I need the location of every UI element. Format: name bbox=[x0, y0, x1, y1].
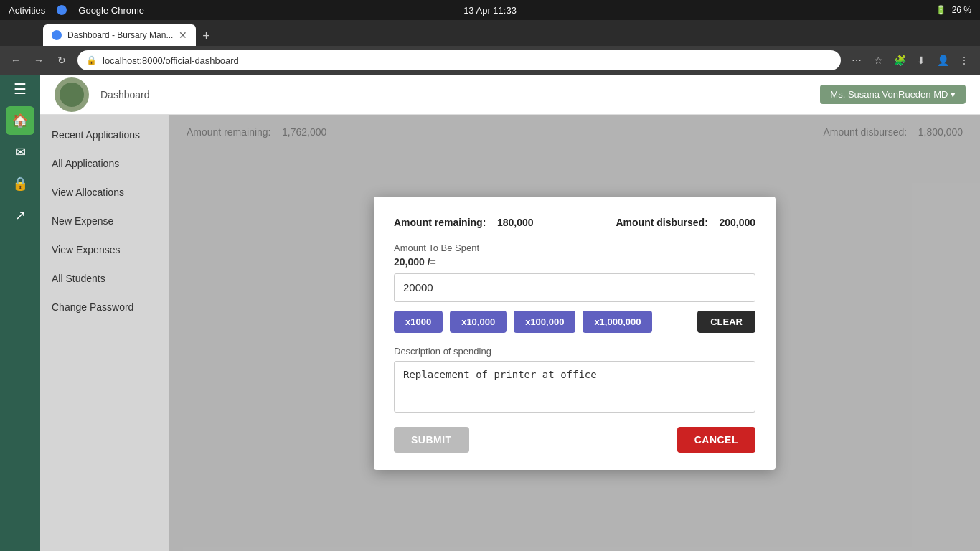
nav-view-expenses[interactable]: View Expenses bbox=[52, 244, 158, 255]
sidebar-item-mail[interactable]: ✉ bbox=[6, 138, 34, 166]
browser-nav: ← → ↻ 🔒 localhost:8000/official-dashboar… bbox=[0, 46, 980, 75]
modal-amount-remaining: Amount remaining: 180,000 bbox=[394, 217, 534, 228]
reload-button[interactable]: ↻ bbox=[52, 50, 72, 70]
chrome-app-label: Google Chrome bbox=[78, 5, 144, 16]
share-button[interactable]: ⋯ bbox=[847, 50, 867, 70]
active-tab[interactable]: Dashboard - Bursary Man... ✕ bbox=[43, 24, 196, 46]
modal-disbursed-label: Amount disbursed: bbox=[616, 217, 707, 228]
nav-all-applications[interactable]: All Applications bbox=[52, 158, 158, 169]
new-tab-button[interactable]: + bbox=[196, 26, 216, 46]
modal-overlay: Amount remaining: 180,000 Amount disburs… bbox=[169, 115, 980, 551]
battery-level: 26 % bbox=[952, 5, 971, 15]
expense-modal: Amount remaining: 180,000 Amount disburs… bbox=[374, 197, 776, 470]
app-header: Dashboard Ms. Susana VonRueden MD ▾ bbox=[40, 75, 980, 115]
user-menu[interactable]: Ms. Susana VonRueden MD ▾ bbox=[820, 85, 966, 104]
x1000000-button[interactable]: x1,000,000 bbox=[583, 311, 652, 333]
back-button[interactable]: ← bbox=[6, 50, 26, 70]
address-bar[interactable]: 🔒 localhost:8000/official-dashboard bbox=[77, 50, 841, 70]
description-label: Description of spending bbox=[394, 346, 755, 357]
menu-button[interactable]: ⋮ bbox=[954, 50, 974, 70]
sidebar-item-transfer[interactable]: ↗ bbox=[6, 201, 34, 230]
os-topbar-right: 🔋 26 % bbox=[936, 5, 971, 15]
nav-dashboard[interactable]: Dashboard bbox=[100, 89, 150, 100]
multiplier-row: x1000 x10,000 x100,000 x1,000,000 CLEAR bbox=[394, 311, 755, 333]
modal-header-amounts: Amount remaining: 180,000 Amount disburs… bbox=[394, 217, 755, 228]
nav-recent-applications[interactable]: Recent Applications bbox=[52, 129, 158, 141]
app-logo bbox=[55, 77, 89, 112]
x10000-button[interactable]: x10,000 bbox=[450, 311, 507, 333]
os-datetime: 13 Apr 11:33 bbox=[463, 5, 517, 16]
page-content: Amount remaining: 1,762,000 Amount disbu… bbox=[169, 115, 980, 551]
left-nav: Recent Applications All Applications Vie… bbox=[40, 115, 169, 551]
app-container: ☰ 🏠 ✉ 🔒 ↗ Dashboard Ms. Susana VonRueden… bbox=[0, 75, 980, 551]
bookmark-button[interactable]: ☆ bbox=[868, 50, 888, 70]
app-nav: Dashboard bbox=[100, 89, 150, 100]
lock-icon: 🔒 bbox=[86, 55, 97, 65]
sidebar-item-home[interactable]: 🏠 bbox=[6, 106, 34, 135]
profile-button[interactable]: 👤 bbox=[933, 50, 953, 70]
main-content: Dashboard Ms. Susana VonRueden MD ▾ Rece… bbox=[40, 75, 980, 551]
sidebar: ☰ 🏠 ✉ 🔒 ↗ bbox=[0, 75, 40, 551]
activities-label[interactable]: Activities bbox=[9, 5, 45, 16]
browser-tabs: Dashboard - Bursary Man... ✕ + bbox=[0, 20, 980, 46]
nav-change-password[interactable]: Change Password bbox=[52, 301, 158, 313]
tab-title: Dashboard - Bursary Man... bbox=[67, 30, 173, 40]
download-button[interactable]: ⬇ bbox=[911, 50, 931, 70]
chrome-icon bbox=[57, 5, 67, 15]
clear-button[interactable]: CLEAR bbox=[697, 311, 755, 333]
modal-actions: SUBMIT CANCEL bbox=[394, 427, 755, 453]
browser-actions: ⋯ ☆ 🧩 ⬇ 👤 ⋮ bbox=[847, 50, 974, 70]
nav-all-students[interactable]: All Students bbox=[52, 273, 158, 284]
nav-new-expense[interactable]: New Expense bbox=[52, 215, 158, 227]
forward-button[interactable]: → bbox=[29, 50, 49, 70]
modal-amount-disbursed: Amount disbursed: 200,000 bbox=[616, 217, 755, 228]
os-topbar-left: Activities Google Chrome bbox=[9, 5, 144, 16]
sidebar-item-lock[interactable]: 🔒 bbox=[6, 169, 34, 198]
content-area: Recent Applications All Applications Vie… bbox=[40, 115, 980, 551]
amount-display: 20,000 /= bbox=[394, 256, 755, 268]
submit-button[interactable]: SUBMIT bbox=[394, 427, 469, 453]
description-textarea[interactable]: Replacement of printer at office bbox=[394, 361, 755, 413]
os-topbar: Activities Google Chrome 13 Apr 11:33 🔋 … bbox=[0, 0, 980, 20]
x1000-button[interactable]: x1000 bbox=[394, 311, 443, 333]
modal-remaining-value: 180,000 bbox=[497, 217, 534, 228]
hamburger-menu[interactable]: ☰ bbox=[14, 80, 27, 98]
tab-close-button[interactable]: ✕ bbox=[179, 29, 187, 41]
tab-favicon bbox=[52, 30, 62, 40]
x100000-button[interactable]: x100,000 bbox=[514, 311, 575, 333]
logo-circle bbox=[57, 80, 86, 109]
cancel-button[interactable]: CANCEL bbox=[677, 427, 755, 453]
amount-field-label: Amount To Be Spent bbox=[394, 242, 755, 253]
extension-button[interactable]: 🧩 bbox=[890, 50, 910, 70]
amount-input[interactable] bbox=[394, 273, 755, 302]
modal-remaining-label: Amount remaining: bbox=[394, 217, 486, 228]
modal-disbursed-value: 200,000 bbox=[719, 217, 755, 228]
nav-view-allocations[interactable]: View Allocations bbox=[52, 187, 158, 198]
url-text: localhost:8000/official-dashboard bbox=[103, 55, 239, 66]
battery-icon: 🔋 bbox=[936, 5, 946, 15]
